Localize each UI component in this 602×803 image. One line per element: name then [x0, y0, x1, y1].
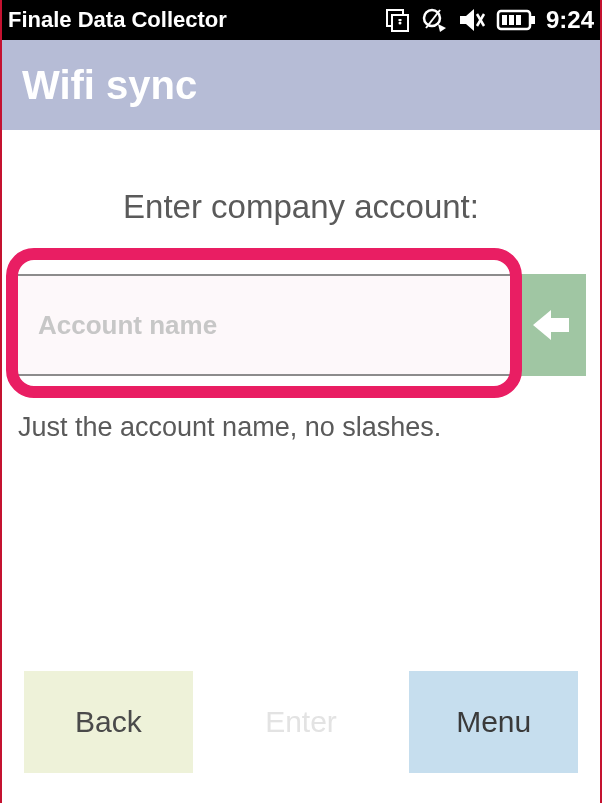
- main-content: Enter company account: Just the account …: [2, 188, 600, 443]
- account-name-input[interactable]: [16, 274, 516, 376]
- svg-marker-7: [460, 9, 474, 31]
- sync-icon: [420, 6, 448, 34]
- svg-point-2: [398, 22, 401, 25]
- windows-icon: [384, 7, 410, 33]
- svg-rect-3: [398, 19, 401, 21]
- battery-icon: [496, 9, 536, 31]
- arrow-left-icon: [531, 308, 571, 342]
- status-bar-title: Finale Data Collector: [8, 7, 384, 33]
- status-clock: 9:24: [546, 6, 594, 34]
- svg-rect-11: [531, 16, 535, 24]
- svg-rect-12: [502, 15, 507, 25]
- status-icons: 9:24: [384, 6, 594, 34]
- input-row: [16, 274, 586, 376]
- prompt-text: Enter company account:: [16, 188, 586, 226]
- svg-marker-5: [438, 24, 446, 32]
- app-bar-title: Wifi sync: [22, 63, 197, 108]
- hint-text: Just the account name, no slashes.: [18, 412, 586, 443]
- input-wrapper: [16, 274, 516, 376]
- svg-marker-15: [533, 310, 569, 340]
- enter-button[interactable]: Enter: [217, 671, 386, 773]
- menu-button[interactable]: Menu: [409, 671, 578, 773]
- bottom-button-row: Back Enter Menu: [24, 671, 578, 773]
- svg-rect-14: [516, 15, 521, 25]
- app-bar: Wifi sync: [2, 40, 600, 130]
- back-button[interactable]: Back: [24, 671, 193, 773]
- status-bar: Finale Data Collector: [2, 0, 600, 40]
- volume-icon: [458, 7, 486, 33]
- backspace-button[interactable]: [516, 274, 586, 376]
- svg-rect-13: [509, 15, 514, 25]
